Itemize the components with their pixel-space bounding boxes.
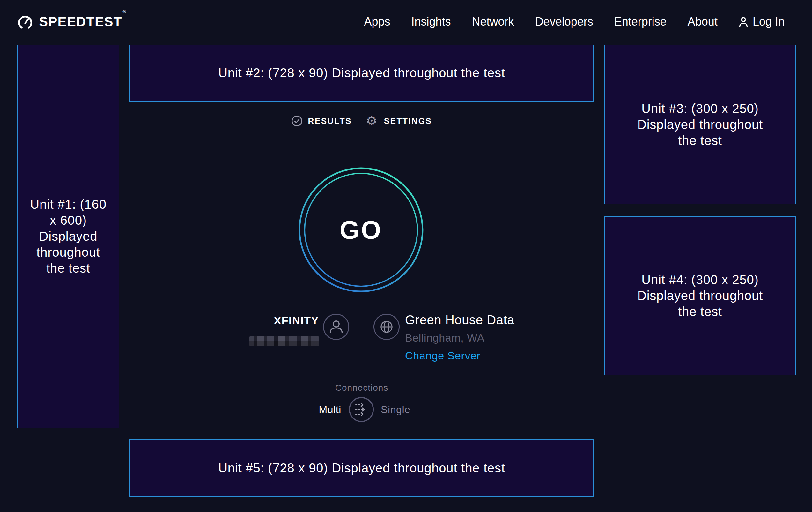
connections-single-label[interactable]: Single <box>381 397 410 423</box>
brand-name: SPEEDTEST® <box>39 14 126 29</box>
redacted-ip <box>250 336 319 346</box>
tab-settings-label: SETTINGS <box>384 116 432 126</box>
globe-icon <box>373 314 400 340</box>
nav-item-network[interactable]: Network <box>472 15 514 28</box>
connections-multi-label[interactable]: Multi <box>255 397 341 423</box>
ad-unit-5[interactable]: Unit #5: (728 x 90) Displayed throughout… <box>129 439 594 497</box>
ad-unit-2[interactable]: Unit #2: (728 x 90) Displayed throughout… <box>129 45 594 102</box>
speedtest-page: SPEEDTEST® Apps Insights Network Develop… <box>0 0 812 512</box>
server-location: Bellingham, WA <box>405 332 515 344</box>
connections-label: Connections <box>129 382 594 393</box>
speedometer-icon <box>17 14 33 30</box>
login-label: Log In <box>753 15 785 28</box>
nav-item-about[interactable]: About <box>688 15 718 28</box>
nav-item-insights[interactable]: Insights <box>411 15 451 28</box>
login-button[interactable]: Log In <box>738 15 785 28</box>
check-circle-icon <box>291 115 302 127</box>
go-button[interactable]: GO <box>298 167 424 292</box>
nav-item-apps[interactable]: Apps <box>364 15 390 28</box>
isp-name[interactable]: XFINITY <box>191 315 319 327</box>
ad-unit-3[interactable]: Unit #3: (300 x 250) Displayed throughou… <box>604 45 796 204</box>
tab-settings[interactable]: ⚙ SETTINGS <box>366 115 432 127</box>
ad-unit-2-label: Unit #2: (728 x 90) Displayed throughout… <box>218 65 505 81</box>
connections-toggle[interactable] <box>348 397 374 423</box>
ad-unit-1[interactable]: Unit #1: (160 x 600) Displayed throughou… <box>17 45 119 428</box>
server-info: Green House Data Bellingham, WA Change S… <box>405 314 515 361</box>
ad-unit-1-label: Unit #1: (160 x 600) Displayed throughou… <box>29 197 107 276</box>
tab-results[interactable]: RESULTS <box>291 115 352 127</box>
trademark-mark: ® <box>123 9 126 14</box>
nav-item-developers[interactable]: Developers <box>535 15 593 28</box>
server-name: Green House Data <box>405 314 515 326</box>
ad-unit-4[interactable]: Unit #4: (300 x 250) Displayed throughou… <box>604 216 796 375</box>
brand-logo[interactable]: SPEEDTEST® <box>17 14 126 30</box>
person-icon <box>738 16 748 27</box>
change-server-link[interactable]: Change Server <box>405 350 515 361</box>
ad-unit-3-label: Unit #3: (300 x 250) Displayed throughou… <box>633 101 767 149</box>
user-icon <box>323 314 350 340</box>
tab-results-label: RESULTS <box>308 116 352 126</box>
test-tabs: RESULTS ⚙ SETTINGS <box>129 115 594 127</box>
nav-item-enterprise[interactable]: Enterprise <box>614 15 667 28</box>
ad-unit-4-label: Unit #4: (300 x 250) Displayed throughou… <box>633 272 767 320</box>
ad-unit-5-label: Unit #5: (728 x 90) Displayed throughout… <box>218 460 505 476</box>
go-label: GO <box>298 167 424 292</box>
multi-arrows-icon <box>348 397 374 423</box>
nav-links: Apps Insights Network Developers Enterpr… <box>364 15 785 28</box>
top-nav: SPEEDTEST® Apps Insights Network Develop… <box>0 0 812 44</box>
gear-icon: ⚙ <box>366 115 378 127</box>
